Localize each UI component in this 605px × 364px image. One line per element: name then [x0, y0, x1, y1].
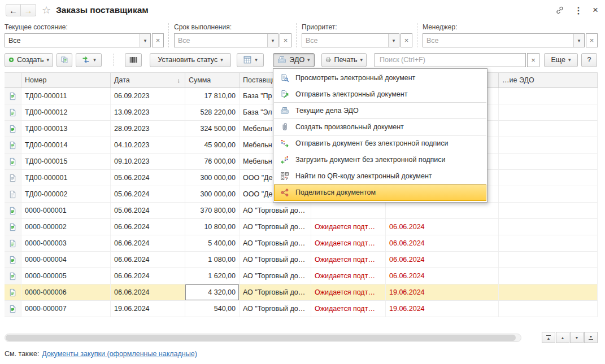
edo-button[interactable]: ЭДО ▾	[273, 53, 315, 67]
help-button[interactable]: ?	[581, 53, 597, 67]
header-edo-tail[interactable]: …ие ЭДО	[499, 73, 598, 87]
clear-filter-button[interactable]: ×	[586, 33, 598, 47]
order-number-cell[interactable]: ТД00-000013	[21, 121, 111, 137]
order-sum-cell[interactable]: 1 620,00	[185, 268, 240, 284]
edo-status-cell[interactable]: Ожидается подт…	[311, 284, 386, 300]
order-sum-cell[interactable]: 1 080,00	[185, 252, 240, 267]
chevron-down-icon[interactable]: ▾	[573, 34, 584, 47]
edo-extra-cell[interactable]	[499, 154, 598, 169]
edo-extra-cell[interactable]	[499, 137, 598, 153]
edo-status-cell[interactable]: Ожидается подт…	[311, 235, 386, 251]
order-sum-cell[interactable]: 17 810,00	[185, 88, 240, 104]
order-number-cell[interactable]: 0000-000007	[21, 301, 111, 317]
edo-status-cell[interactable]: Ожидается подт…	[311, 219, 386, 235]
supplier-cell[interactable]: АО "Торговый до…	[240, 219, 311, 235]
order-sum-cell[interactable]: 300 000,00	[185, 170, 240, 186]
print-button[interactable]: Печать ▾	[321, 53, 367, 67]
more-button[interactable]: Еще ▾	[544, 53, 578, 67]
chevron-down-icon[interactable]: ▾	[267, 34, 278, 47]
edo-menu-item[interactable]: Просмотреть электронный документ	[274, 70, 486, 86]
edo-menu-item[interactable]: Загрузить документ без электронной подпи…	[274, 152, 486, 168]
clear-search-button[interactable]: ×	[527, 53, 539, 67]
table-row[interactable]: 0000-000006 06.06.2024 4 320,00 АО "Торг…	[5, 284, 598, 301]
scroll-last-button[interactable]: ▼	[584, 332, 598, 343]
edo-extra-cell[interactable]	[499, 104, 598, 120]
filter-input[interactable]: Все ▾	[5, 33, 151, 47]
clear-filter-button[interactable]: ×	[280, 33, 291, 47]
get-link-button[interactable]	[555, 6, 564, 15]
edo-date-cell[interactable]: 06.06.2024	[386, 235, 499, 251]
filter-input[interactable]: Все ▾	[302, 33, 399, 47]
scroll-up-button[interactable]: ▲	[556, 332, 569, 343]
order-sum-cell[interactable]: 528 220,00	[185, 104, 240, 120]
order-number-cell[interactable]: ТД00-000014	[21, 137, 111, 153]
header-number[interactable]: Номер	[21, 73, 111, 87]
reports-button[interactable]: ▾	[237, 53, 264, 67]
edo-status-cell[interactable]: Ожидается подт…	[311, 268, 386, 284]
order-date-cell[interactable]: 06.06.2024	[111, 252, 185, 267]
edo-extra-cell[interactable]	[499, 268, 598, 284]
header-date[interactable]: Дата ↓	[111, 73, 185, 87]
edo-extra-cell[interactable]	[499, 252, 598, 267]
edo-extra-cell[interactable]	[499, 203, 598, 218]
order-date-cell[interactable]: 28.09.2023	[111, 121, 185, 137]
exchange-button[interactable]: ▾	[76, 53, 102, 67]
supplier-cell[interactable]: АО "Торговый до…	[240, 284, 311, 300]
scroll-first-button[interactable]: ▲	[542, 332, 555, 343]
order-sum-cell[interactable]: 45 900,00	[185, 137, 240, 153]
supplier-cell[interactable]: АО "Торговый до…	[240, 301, 311, 317]
edo-menu-item[interactable]: Отправить документ без электронной подпи…	[274, 135, 486, 152]
order-number-cell[interactable]: ТД00-000012	[21, 104, 111, 120]
order-number-cell[interactable]: ТД00-000011	[21, 88, 111, 104]
order-sum-cell[interactable]: 5 400,00	[185, 235, 240, 251]
edo-date-cell[interactable]: 06.06.2024	[386, 219, 499, 235]
table-row[interactable]: 0000-000005 06.06.2024 1 620,00 АО "Торг…	[5, 268, 598, 284]
edo-menu-item[interactable]: Поделиться документом	[274, 185, 486, 201]
chevron-down-icon[interactable]: ▾	[388, 34, 399, 47]
order-date-cell[interactable]: 05.06.2024	[111, 170, 185, 186]
order-sum-cell[interactable]: 324 500,00	[185, 121, 240, 137]
order-date-cell[interactable]: 06.09.2023	[111, 88, 185, 104]
clear-filter-button[interactable]: ×	[152, 33, 164, 47]
edo-extra-cell[interactable]	[499, 186, 598, 202]
edo-date-cell[interactable]: 19.06.2024	[386, 284, 499, 300]
edo-extra-cell[interactable]	[499, 170, 598, 186]
edo-extra-cell[interactable]	[499, 284, 598, 300]
edo-date-cell[interactable]: 06.06.2024	[386, 252, 499, 267]
table-row[interactable]: 0000-000004 06.06.2024 1 080,00 АО "Торг…	[5, 252, 598, 268]
clear-filter-button[interactable]: ×	[401, 33, 412, 47]
create-button[interactable]: Создать ▾	[5, 53, 53, 67]
order-number-cell[interactable]: ТД00-000002	[21, 186, 111, 202]
order-sum-cell[interactable]: 300 000,00	[185, 186, 240, 202]
edo-menu-item[interactable]: Найти по QR-коду электронный документ	[274, 168, 486, 185]
edo-extra-cell[interactable]	[499, 219, 598, 235]
edo-status-cell[interactable]	[311, 203, 386, 218]
order-date-cell[interactable]: 19.06.2024	[111, 301, 185, 317]
order-number-cell[interactable]: 0000-000004	[21, 252, 111, 267]
horizontal-scrollbar[interactable]	[5, 334, 521, 342]
order-date-cell[interactable]: 06.06.2024	[111, 268, 185, 284]
edo-menu-item[interactable]: Создать произвольный документ	[274, 119, 486, 135]
barcode-button[interactable]	[125, 53, 142, 67]
back-button[interactable]: ←	[6, 4, 21, 16]
search-input[interactable]	[375, 53, 526, 67]
order-sum-cell[interactable]: 540,00	[185, 301, 240, 317]
order-date-cell[interactable]: 13.09.2023	[111, 104, 185, 120]
supplier-cell[interactable]: АО "Торговый до…	[240, 203, 311, 218]
edo-date-cell[interactable]	[386, 203, 499, 218]
edo-menu-item[interactable]: Текущие дела ЭДО	[274, 103, 486, 119]
scroll-down-button[interactable]: ▼	[570, 332, 584, 343]
edo-extra-cell[interactable]	[499, 121, 598, 137]
order-date-cell[interactable]: 06.06.2024	[111, 284, 185, 300]
order-sum-cell[interactable]: 370 800,00	[185, 203, 240, 218]
order-date-cell[interactable]: 06.06.2024	[111, 235, 185, 251]
favorites-star-icon[interactable]: ☆	[42, 4, 51, 16]
supplier-cell[interactable]: АО "Торговый до…	[240, 235, 311, 251]
order-date-cell[interactable]: 05.06.2024	[111, 186, 185, 202]
edo-status-cell[interactable]: Ожидается подт…	[311, 252, 386, 267]
table-row[interactable]: 0000-000007 19.06.2024 540,00 АО "Торгов…	[5, 301, 598, 317]
edo-extra-cell[interactable]	[499, 235, 598, 251]
order-date-cell[interactable]: 06.06.2024	[111, 219, 185, 235]
order-number-cell[interactable]: 0000-000001	[21, 203, 111, 218]
copy-document-button[interactable]	[56, 53, 72, 67]
